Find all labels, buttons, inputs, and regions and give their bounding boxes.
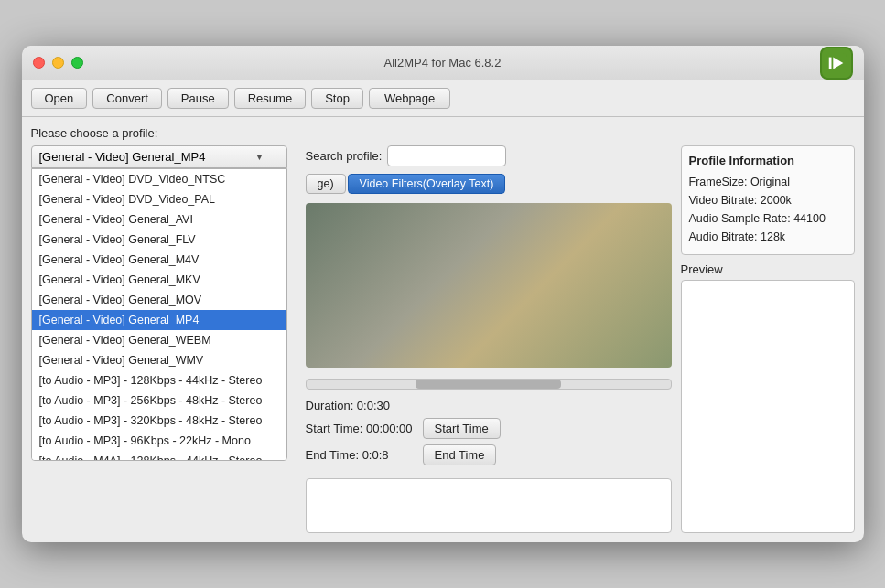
search-label: Search profile: [306,149,383,163]
preview-area [681,280,855,533]
duration-row: Duration: 0:0:30 [306,399,672,412]
tabs-row: ge) Video Filters(Overlay Text) [306,174,672,194]
toolbar: Open Convert Pause Resume Stop Webpage [22,80,864,117]
start-time-label: Start Time: 00:00:00 [306,422,416,435]
profile-info-title: Profile Information [689,154,847,167]
dropdown-item[interactable]: [to Audio - MP3] - 128Kbps - 44kHz - Ste… [32,370,286,390]
open-button[interactable]: Open [31,88,88,109]
dropdown-item[interactable]: [General - Video] DVD_Video_PAL [32,189,286,209]
search-row: Search profile: [306,145,672,166]
audio-sample-rate-info: Audio Sample Rate: 44100 [689,209,847,228]
profile-selected-value: [General - Video] General_MP4 [39,150,252,164]
end-time-label: End Time: 0:0:8 [306,448,416,462]
convert-button[interactable]: Convert [92,88,162,109]
start-time-button[interactable]: Start Time [423,418,501,439]
audio-bitrate-info: Audio Bitrate: 128k [689,228,847,246]
dropdown-item[interactable]: [General - Video] DVD_Video_NTSC [32,169,286,189]
stop-button[interactable]: Stop [311,88,363,109]
profile-row: Please choose a profile: [31,126,855,140]
titlebar: All2MP4 for Mac 6.8.2 [22,46,864,80]
webpage-button[interactable]: Webpage [369,88,450,109]
pause-button[interactable]: Pause [167,88,229,109]
svg-rect-2 [828,57,831,69]
dropdown-item[interactable]: [General - Video] General_MKV [32,270,286,290]
resume-button[interactable]: Resume [234,88,306,109]
dropdown-item[interactable]: [General - Video] General_WMV [32,350,286,370]
preview-label: Preview [681,262,855,276]
window-title: All2MP4 for Mac 6.8.2 [384,56,502,69]
profile-info-box: Profile Information FrameSize: Original … [681,145,855,255]
right-panel: Profile Information FrameSize: Original … [681,145,855,533]
app-window: All2MP4 for Mac 6.8.2 Open Convert Pause… [22,46,864,542]
text-area-box[interactable] [306,478,672,533]
scrollbar-thumb [416,380,561,389]
dropdown-item[interactable]: [to Audio - MP3] - 256Kbps - 48kHz - Ste… [32,390,286,411]
framesize-info: FrameSize: Original [689,173,847,191]
dropdown-item[interactable]: [General - Video] General_M4V [32,250,286,270]
duration-label: Duration: 0:0:30 [306,399,416,412]
profile-dropdown[interactable]: [General - Video] DVD_Video_NTSC[General… [31,168,287,461]
video-area [306,203,672,368]
close-button[interactable] [33,57,45,69]
profile-select-display[interactable]: [General - Video] General_MP4 ▼ [31,145,287,168]
start-time-row: Start Time: 00:00:00 Start Time [306,418,672,439]
maximize-button[interactable] [71,57,83,69]
dropdown-item[interactable]: [to Audio - M4A] - 128Kbps - 44kHz - Ste… [32,451,286,461]
dropdown-item[interactable]: [General - Video] General_AVI [32,209,286,230]
dropdown-item[interactable]: [General - Video] General_FLV [32,230,286,250]
dropdown-item[interactable]: [General - Video] General_WEBM [32,330,286,350]
tab-page[interactable]: ge) [306,174,346,194]
traffic-lights [33,57,83,69]
dropdown-item[interactable]: [to Audio - MP3] - 320Kbps - 48kHz - Ste… [32,411,286,431]
profile-label: Please choose a profile: [31,126,158,140]
dropdown-item[interactable]: [General - Video] General_MP4 [32,310,286,330]
dropdown-item[interactable]: [to Audio - MP3] - 96Kbps - 22kHz - Mono [32,431,286,451]
dropdown-arrow-icon: ▼ [255,152,264,162]
dropdown-item[interactable]: [General - Video] General_MOV [32,290,286,310]
minimize-button[interactable] [52,57,64,69]
time-info: Duration: 0:0:30 Start Time: 00:00:00 St… [306,395,672,469]
video-placeholder [306,203,672,368]
search-input[interactable] [387,145,506,166]
video-scrollbar[interactable] [306,379,672,390]
end-time-row: End Time: 0:0:8 End Time [306,444,672,465]
profile-select-wrapper: [General - Video] General_MP4 ▼ [31,145,287,168]
video-bitrate-info: Video Bitrate: 2000k [689,191,847,209]
app-icon [820,47,853,80]
tab-video-filters[interactable]: Video Filters(Overlay Text) [348,174,506,194]
end-time-button[interactable]: End Time [423,444,497,465]
